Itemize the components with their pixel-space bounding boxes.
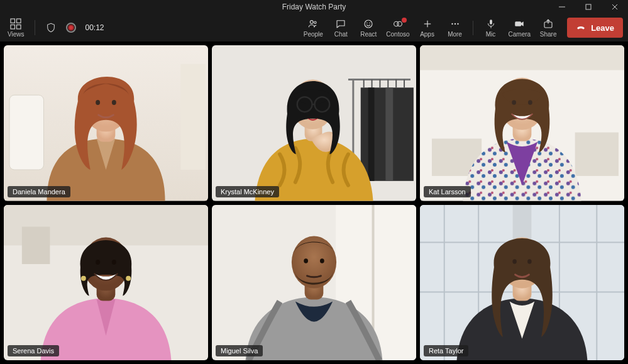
window-title: Friday Watch Party	[0, 3, 628, 11]
camera-label: Camera	[509, 31, 531, 38]
participant-video	[4, 205, 208, 361]
participant-video	[212, 205, 416, 361]
minimize-icon	[559, 4, 565, 10]
svg-point-73	[292, 236, 336, 288]
svg-point-17	[451, 23, 453, 24]
separator	[35, 20, 35, 35]
svg-rect-26	[180, 64, 206, 170]
svg-point-10	[365, 20, 372, 28]
participant-tile[interactable]: Miguel Silva	[212, 205, 416, 361]
views-label: Views	[8, 31, 25, 38]
svg-point-29	[96, 100, 100, 105]
svg-point-58	[512, 100, 516, 105]
svg-point-11	[366, 22, 368, 23]
svg-point-75	[320, 258, 324, 263]
svg-rect-4	[11, 19, 15, 23]
more-button[interactable]: More	[443, 17, 468, 39]
participant-video	[420, 205, 624, 361]
mic-label: Mic	[486, 31, 496, 38]
shield-icon	[46, 23, 56, 33]
camera-icon	[514, 18, 525, 30]
window-controls	[549, 0, 628, 14]
participant-video	[420, 45, 624, 201]
views-button[interactable]: Views	[5, 17, 27, 39]
svg-rect-55	[575, 133, 619, 176]
camera-button[interactable]: Camera	[506, 17, 534, 39]
toolbar-right: People Chat React Contoso Apps More Mic	[300, 17, 623, 39]
svg-point-9	[314, 21, 316, 23]
svg-point-91	[527, 259, 532, 264]
recording-indicator[interactable]	[63, 19, 79, 36]
chat-button[interactable]: Chat	[328, 17, 353, 39]
chat-label: Chat	[334, 31, 348, 38]
participant-tile[interactable]: Serena Davis	[4, 205, 208, 361]
svg-point-74	[304, 258, 308, 263]
svg-point-8	[311, 20, 314, 23]
participant-tile[interactable]: Krystal McKinney	[212, 45, 416, 201]
contoso-label: Contoso	[386, 31, 409, 38]
ellipsis-icon	[449, 18, 461, 30]
share-button[interactable]: Share	[536, 17, 561, 39]
people-icon	[307, 18, 319, 30]
svg-rect-1	[586, 4, 591, 9]
participant-name: Kat Larsson	[424, 186, 471, 197]
svg-rect-53	[420, 45, 624, 70]
contoso-button[interactable]: Contoso	[383, 17, 412, 39]
toolbar-left: Views 00:12	[5, 17, 104, 39]
apps-button[interactable]: Apps	[415, 17, 440, 39]
participant-video	[212, 45, 416, 201]
minimize-button[interactable]	[549, 0, 575, 14]
svg-point-30	[112, 100, 116, 105]
svg-rect-5	[17, 19, 21, 23]
svg-point-65	[81, 275, 86, 280]
hangup-icon	[576, 23, 586, 33]
people-button[interactable]: People	[300, 17, 326, 39]
title-bar: Friday Watch Party	[0, 0, 628, 14]
meeting-toolbar: Views 00:12 People Chat React Conto	[0, 14, 628, 41]
people-label: People	[304, 31, 323, 38]
participant-video	[4, 45, 208, 201]
participant-tile[interactable]: Daniela Mandera	[4, 45, 208, 201]
svg-rect-22	[515, 21, 522, 26]
svg-point-59	[528, 100, 532, 105]
participant-tile[interactable]: Reta Taylor	[420, 205, 624, 361]
record-icon	[68, 25, 74, 31]
leave-button[interactable]: Leave	[567, 18, 623, 38]
svg-rect-41	[368, 87, 375, 181]
svg-rect-25	[9, 95, 43, 170]
participant-name: Serena Davis	[8, 345, 59, 356]
svg-point-90	[512, 259, 517, 264]
svg-rect-6	[11, 25, 15, 29]
mic-icon	[485, 18, 497, 30]
share-icon	[543, 18, 554, 30]
close-button[interactable]	[602, 0, 628, 14]
react-button[interactable]: React	[356, 17, 381, 39]
separator	[473, 21, 473, 35]
leave-label: Leave	[591, 23, 614, 33]
react-label: React	[360, 31, 377, 38]
mic-button[interactable]: Mic	[478, 17, 504, 39]
react-icon	[363, 18, 374, 30]
svg-point-19	[457, 23, 458, 24]
close-icon	[612, 4, 618, 10]
call-timer: 00:12	[85, 23, 104, 32]
participant-name: Daniela Mandera	[8, 186, 70, 197]
svg-point-12	[370, 22, 371, 23]
svg-point-68	[112, 260, 116, 265]
svg-rect-7	[17, 25, 21, 29]
video-grid: Daniela Mandera	[0, 41, 628, 364]
more-label: More	[448, 31, 462, 38]
svg-point-67	[96, 260, 100, 265]
plus-icon	[422, 18, 433, 30]
grid-icon	[10, 18, 21, 30]
apps-label: Apps	[420, 31, 434, 38]
participant-tile[interactable]: Kat Larsson	[420, 45, 624, 201]
svg-point-66	[126, 275, 131, 280]
svg-rect-20	[490, 19, 492, 25]
share-label: Share	[540, 31, 557, 38]
participant-name: Reta Taylor	[424, 345, 468, 356]
maximize-button[interactable]	[575, 0, 602, 14]
svg-rect-42	[385, 87, 393, 181]
privacy-shield-button[interactable]	[43, 19, 59, 36]
maximize-icon	[585, 4, 592, 10]
